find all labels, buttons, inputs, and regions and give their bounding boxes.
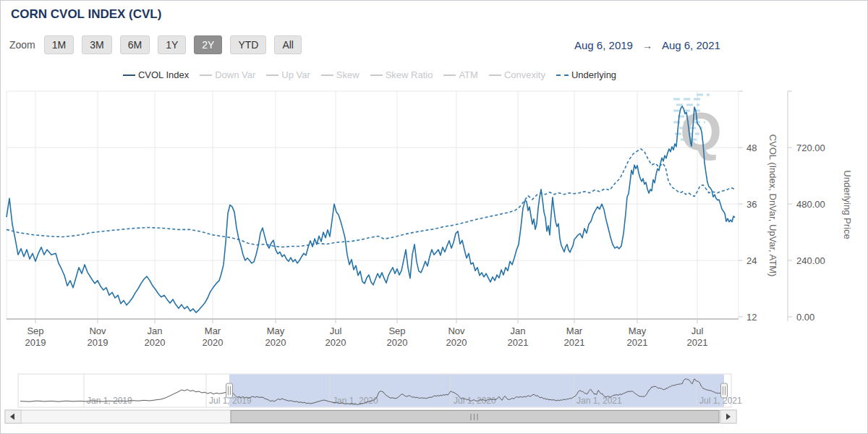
legend-label: Underlying [571, 69, 616, 80]
price-tick-label: 240.00 [796, 255, 825, 266]
x-tick-label-month: Jan [148, 326, 163, 336]
x-tick-label-month: Jul [330, 326, 342, 336]
legend-swatch-cvol-index [123, 75, 135, 76]
legend-label: Convexity [504, 69, 545, 80]
legend-swatch-down-var [200, 75, 212, 76]
x-tick-label-month: Mar [566, 326, 583, 336]
legend-item-underlying[interactable]: Underlying [556, 69, 616, 80]
legend-label: Down Var [215, 69, 255, 80]
x-tick-label-year: 2020 [145, 337, 166, 348]
legend-swatch-underlying [556, 75, 569, 76]
price-axis-title: Underlying Price [842, 170, 853, 239]
legend-swatch-skew [321, 75, 333, 76]
date-to[interactable]: Aug 6, 2021 [662, 39, 720, 51]
navigator-tick-label: Jul 1, 2020 [454, 396, 496, 406]
x-tick-label-month: May [629, 326, 647, 336]
zoom-button-3m[interactable]: 3M [82, 35, 111, 54]
legend-label: Up Var [281, 69, 310, 80]
x-tick-label-month: Nov [89, 326, 106, 336]
legend-item-down-var[interactable]: Down Var [200, 69, 255, 80]
x-tick-label-month: Sep [27, 326, 43, 336]
x-tick-label-year: 2021 [627, 337, 648, 348]
legend-item-atm[interactable]: ATM [443, 69, 477, 80]
zoom-button-ytd[interactable]: YTD [230, 35, 266, 54]
zoom-button-6m[interactable]: 6M [120, 35, 150, 54]
zoom-button-2y[interactable]: 2Y [194, 35, 222, 54]
zoom-button-all[interactable]: All [274, 35, 302, 54]
x-tick-label-year: 2021 [508, 337, 529, 348]
cvol-tick-label: 12 [746, 312, 757, 323]
x-tick-label-month: Jul [692, 326, 704, 336]
legend-item-convexity[interactable]: Convexity [489, 69, 545, 80]
underlying-series-line [7, 149, 735, 247]
legend-label: Skew Ratio [386, 69, 433, 80]
legend-swatch-convexity [489, 75, 501, 76]
zoom-button-1y[interactable]: 1Y [158, 35, 186, 54]
page-title: CORN CVOL INDEX (CVL) [11, 7, 161, 22]
cvol-axis-title: CVOL (Index, DnVar, UpVar, ATM) [767, 135, 778, 277]
cvol-tick-label: 36 [746, 199, 757, 210]
date-range: Aug 6, 2019 → Aug 6, 2021 [574, 39, 720, 51]
x-tick-label-year: 2019 [88, 337, 109, 348]
date-arrow-icon: → [642, 40, 652, 51]
price-tick-label: 480.00 [796, 199, 825, 210]
zoom-toolbar: Zoom 1M3M6M1Y2YYTDAll [9, 35, 310, 54]
legend-item-up-var[interactable]: Up Var [266, 69, 310, 80]
legend-label: CVOL Index [138, 69, 189, 80]
x-tick-label-month: Nov [448, 326, 465, 336]
legend-swatch-atm [443, 75, 456, 76]
x-tick-label-year: 2021 [687, 337, 708, 348]
chart-legend: CVOL IndexDown VarUp VarSkewSkew RatioAT… [1, 69, 739, 80]
x-tick-label-year: 2019 [25, 337, 46, 348]
legend-label: ATM [459, 69, 477, 80]
x-tick-label-year: 2020 [265, 337, 286, 348]
x-tick-label-year: 2020 [387, 337, 408, 348]
x-tick-label-year: 2020 [326, 337, 346, 348]
legend-item-skew-ratio[interactable]: Skew Ratio [370, 69, 433, 80]
zoom-label: Zoom [9, 39, 35, 51]
x-tick-label-year: 2020 [446, 337, 467, 348]
navigator-tick-label: Jan 1, 2021 [576, 396, 622, 406]
navigator-handle-right[interactable] [721, 383, 728, 398]
cvol-tick-label: 24 [746, 255, 757, 266]
cvol-index-series-line [7, 106, 735, 312]
zoom-button-1m[interactable]: 1M [44, 35, 74, 54]
legend-item-cvol-index[interactable]: CVOL Index [123, 69, 189, 80]
legend-swatch-skew-ratio [370, 75, 383, 76]
watermark-logo: Q [673, 95, 722, 161]
date-from[interactable]: Aug 6, 2019 [574, 39, 633, 51]
x-tick-label-year: 2020 [203, 337, 224, 348]
x-tick-label-month: May [267, 326, 285, 336]
navigator-handle-left[interactable] [226, 383, 233, 398]
x-tick-label-month: Mar [205, 326, 221, 336]
legend-swatch-up-var [266, 75, 278, 76]
x-tick-label-month: Sep [388, 326, 405, 336]
cvol-chart-widget: CORN CVOL INDEX (CVL) Zoom 1M3M6M1Y2YYTD… [0, 0, 868, 434]
zoom-button-group: 1M3M6M1Y2YYTDAll [44, 35, 310, 54]
chart-canvas: Sep2019Nov2019Jan2020Mar2020May2020Jul20… [1, 1, 867, 433]
legend-item-skew[interactable]: Skew [321, 69, 359, 80]
x-tick-label-year: 2021 [564, 337, 585, 348]
price-tick-label: 720.00 [796, 142, 825, 153]
legend-label: Skew [336, 69, 359, 80]
scrollbar-thumb[interactable] [231, 411, 719, 423]
cvol-tick-label: 48 [746, 142, 757, 153]
watermark-letter: Q [680, 101, 722, 161]
price-tick-label: 0.00 [796, 312, 814, 323]
x-tick-label-month: Jan [511, 326, 526, 336]
